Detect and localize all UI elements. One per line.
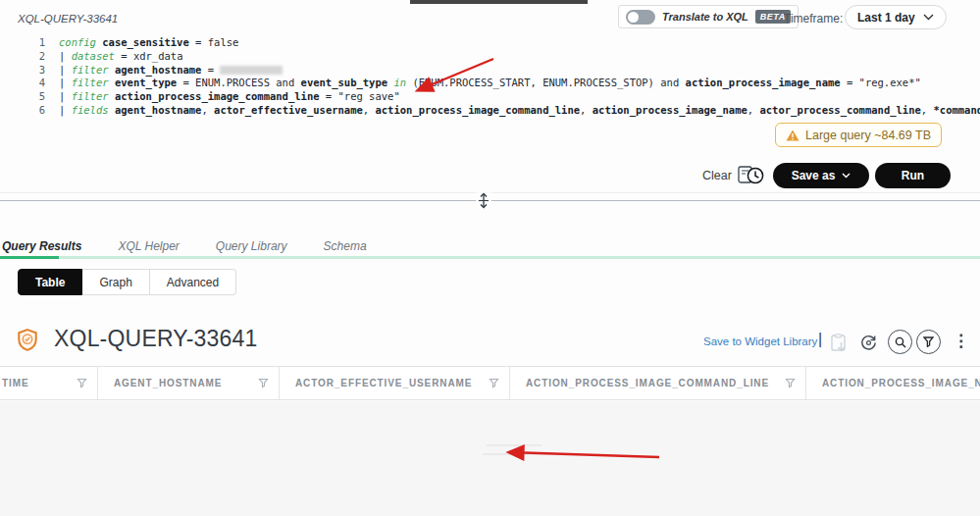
view-mode-graph[interactable]: Graph xyxy=(82,269,149,295)
column-header-agent_hostname[interactable]: AGENT_HOSTNAME xyxy=(98,367,280,399)
toggle-knob-icon xyxy=(628,12,639,23)
code-line[interactable]: 4| filter event_type = ENUM.PROCESS and … xyxy=(29,77,950,90)
warning-text: Large query ~84.69 TB xyxy=(805,129,931,142)
code-text: | filter agent_hostname = xyxy=(59,64,283,77)
tab-query-results[interactable]: Query Results xyxy=(2,239,81,253)
results-table-header: TIMEAGENT_HOSTNAMEACTOR_EFFECTIVE_USERNA… xyxy=(0,366,980,400)
line-number: 4 xyxy=(29,77,45,90)
column-header-action_process_image_command_line[interactable]: ACTION_PROCESS_IMAGE_COMMAND_LINE xyxy=(510,367,806,399)
view-mode-table[interactable]: Table xyxy=(18,269,82,295)
tab-schema[interactable]: Schema xyxy=(324,239,367,253)
code-line[interactable]: 6| fields agent_hostname, actor_effectiv… xyxy=(29,104,950,118)
warning-triangle-icon xyxy=(786,129,799,141)
translate-to-xql-control: Translate to XQL BETA xyxy=(618,5,799,28)
column-header-actor_effective_username[interactable]: ACTOR_EFFECTIVE_USERNAME xyxy=(280,367,510,399)
column-filter-icon[interactable] xyxy=(258,378,269,388)
column-label: AGENT_HOSTNAME xyxy=(114,378,222,388)
more-options-icon[interactable]: ⋮ xyxy=(953,333,969,349)
results-tabs: Query ResultsXQL HelperQuery LibrarySche… xyxy=(2,239,403,253)
save-to-widget-library-link[interactable]: Save to Widget Library xyxy=(703,335,817,347)
chevron-down-icon xyxy=(842,173,851,179)
column-label: ACTION_PROCESS_IMAGE_NAME xyxy=(822,378,980,388)
chevron-down-icon xyxy=(923,14,934,21)
decorative-streak xyxy=(483,453,563,455)
column-filter-icon[interactable] xyxy=(489,378,499,388)
code-text: | fields agent_hostname, actor_effective… xyxy=(59,104,980,118)
cutoff-window-strip xyxy=(410,0,588,4)
run-button[interactable]: Run xyxy=(875,163,951,188)
code-text: | dataset = xdr_data xyxy=(59,50,182,64)
clear-button[interactable]: Clear xyxy=(702,169,732,182)
code-line[interactable]: 1config case_sensitive = false xyxy=(29,36,950,50)
column-label: ACTOR_EFFECTIVE_USERNAME xyxy=(295,378,472,388)
shield-icon xyxy=(18,329,37,355)
save-as-button[interactable]: Save as xyxy=(773,163,869,188)
column-header-action_process_image_name[interactable]: ACTION_PROCESS_IMAGE_NAME xyxy=(806,367,980,399)
column-label: ACTION_PROCESS_IMAGE_COMMAND_LINE xyxy=(526,378,769,388)
query-name-label: XQL-QUERY-33641 xyxy=(18,13,118,25)
line-number: 1 xyxy=(29,36,45,50)
translate-toggle[interactable] xyxy=(626,10,655,25)
column-filter-icon[interactable] xyxy=(77,378,87,388)
line-number: 5 xyxy=(29,90,45,104)
code-line[interactable]: 5| filter action_process_image_command_l… xyxy=(29,90,950,104)
line-number: 6 xyxy=(29,104,45,118)
code-text: | filter action_process_image_command_li… xyxy=(59,90,400,104)
timeframe-value: Last 1 day xyxy=(857,11,915,25)
separator: | xyxy=(818,331,822,348)
tab-query-library[interactable]: Query Library xyxy=(216,239,287,253)
tabs-underline xyxy=(0,256,980,259)
tab-xql-helper[interactable]: XQL Helper xyxy=(118,239,179,253)
column-label: TIME xyxy=(2,378,29,388)
line-number: 2 xyxy=(29,50,45,64)
timeframe-label: Timeframe: xyxy=(784,12,843,26)
line-number: 3 xyxy=(29,64,45,77)
view-mode-advanced[interactable]: Advanced xyxy=(150,269,236,295)
column-header-time[interactable]: TIME xyxy=(0,367,98,399)
large-query-warning: Large query ~84.69 TB xyxy=(775,123,942,147)
translate-label: Translate to XQL xyxy=(662,11,748,23)
code-text: config case_sensitive = false xyxy=(59,36,238,50)
schedule-query-icon[interactable] xyxy=(737,163,766,192)
results-title: XQL-QUERY-33641 xyxy=(54,326,258,352)
filter-icon[interactable] xyxy=(916,330,941,354)
decorative-streak xyxy=(487,444,542,446)
timeframe-dropdown[interactable]: Last 1 day xyxy=(845,5,947,29)
xql-query-page: XQL-QUERY-33641 Translate to XQL BETA Ti… xyxy=(0,0,980,516)
code-text: | filter event_type = ENUM.PROCESS and e… xyxy=(59,77,921,90)
xql-code-editor[interactable]: 1config case_sensitive = false2| dataset… xyxy=(29,36,950,118)
active-tab-indicator xyxy=(0,256,59,259)
code-line[interactable]: 2| dataset = xdr_data xyxy=(29,50,950,64)
resize-handle-icon[interactable] xyxy=(476,192,491,209)
search-icon[interactable] xyxy=(888,330,912,354)
redacted-hostname xyxy=(220,66,283,75)
code-line[interactable]: 3| filter agent_hostname = xyxy=(29,64,950,77)
export-results-icon xyxy=(830,334,849,357)
column-filter-icon[interactable] xyxy=(785,378,796,388)
run-label: Run xyxy=(902,169,924,182)
refresh-icon[interactable] xyxy=(859,334,878,356)
save-as-label: Save as xyxy=(792,169,836,182)
view-mode-switch: TableGraphAdvanced xyxy=(18,269,236,295)
results-empty-state: No Results Found xyxy=(0,401,980,516)
